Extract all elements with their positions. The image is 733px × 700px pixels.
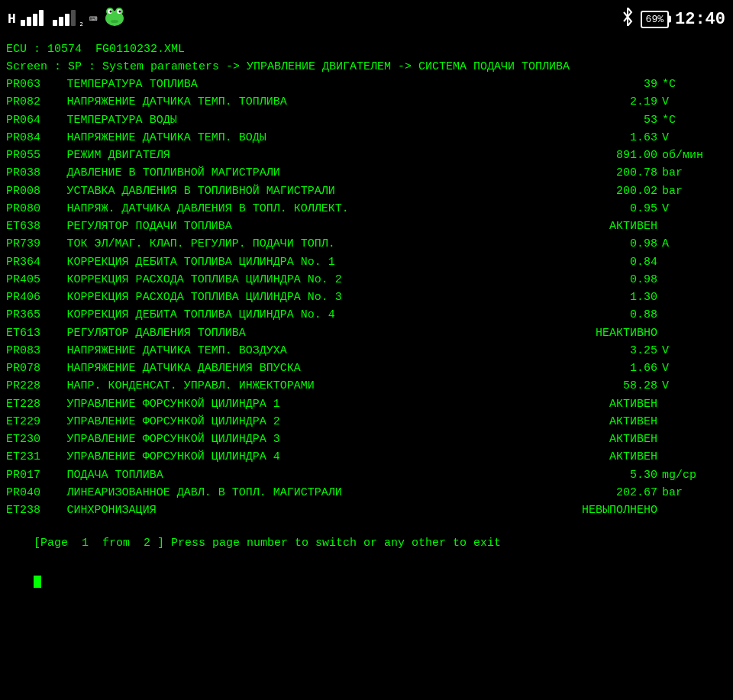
table-row: PR082НАПРЯЖЕНИЕ ДАТЧИКА ТЕМП. ТОПЛИВА2.1… [6, 93, 727, 111]
row-unit: V [657, 342, 727, 360]
row-label: ТЕМПЕРАТУРА ВОДЫ [67, 111, 554, 129]
bluetooth-icon [621, 8, 635, 31]
table-row: PR078НАПРЯЖЕНИЕ ДАТЧИКА ДАВЛЕНИЯ ВПУСКА1… [6, 360, 727, 377]
row-value: НЕАКТИВНО [554, 324, 657, 342]
screen-line: Screen : SP : System parameters -> УПРАВ… [6, 59, 727, 76]
status-left: H ₂ ⌨ [8, 5, 127, 34]
table-row: PR228НАПР. КОНДЕНСАТ. УПРАВЛ. ИНЖЕКТОРАМ… [6, 377, 727, 395]
row-value: 58.28 [554, 377, 657, 395]
row-value: 0.95 [554, 200, 657, 218]
row-value: 1.66 [554, 360, 657, 377]
row-unit: V [657, 360, 727, 377]
row-id: PR739 [6, 235, 67, 253]
table-row: ET228УПРАВЛЕНИЕ ФОРСУНКОЙ ЦИЛИНДРА 1АКТИ… [6, 395, 727, 413]
row-label: НАПРЯЖ. ДАТЧИКА ДАВЛЕНИЯ В ТОПЛ. КОЛЛЕКТ… [67, 200, 554, 218]
row-id: ET238 [6, 502, 67, 519]
row-label: РЕГУЛЯТОР ДАВЛЕНИЯ ТОПЛИВА [67, 324, 554, 342]
row-id: ET230 [6, 431, 67, 448]
row-value: 53 [554, 111, 657, 129]
row-id: PR038 [6, 164, 67, 182]
table-row: ET238СИНХРОНИЗАЦИЯНЕВЫПОЛНЕНО [6, 502, 727, 519]
row-id: PR008 [6, 182, 67, 200]
row-label: РЕЖИМ ДВИГАТЕЛЯ [67, 147, 554, 164]
row-label: КОРРЕКЦИЯ ДЕБИТА ТОПЛИВА ЦИЛИНДРА No. 1 [67, 253, 554, 271]
row-id: PR017 [6, 466, 67, 484]
row-label: РЕГУЛЯТОР ПОДАЧИ ТОПЛИВА [67, 218, 554, 235]
row-label: УПРАВЛЕНИЕ ФОРСУНКОЙ ЦИЛИНДРА 1 [67, 395, 554, 413]
row-unit: об/мин [657, 147, 727, 164]
table-row: PR063ТЕМПЕРАТУРА ТОПЛИВА39*C [6, 76, 727, 93]
row-value: 1.63 [554, 129, 657, 147]
row-unit [657, 431, 727, 448]
row-id: PR084 [6, 129, 67, 147]
cursor [34, 576, 41, 588]
row-id: PR040 [6, 484, 67, 502]
ecu-line: ECU : 10574 FG0110232.XML [6, 41, 727, 59]
svg-rect-2 [33, 14, 37, 26]
main-content: ECU : 10574 FG0110232.XML Screen : SP : … [0, 38, 733, 700]
row-id: PR055 [6, 147, 67, 164]
row-unit: V [657, 200, 727, 218]
svg-rect-0 [21, 20, 25, 26]
svg-point-16 [111, 20, 118, 23]
table-row: ET638РЕГУЛЯТОР ПОДАЧИ ТОПЛИВААКТИВЕН [6, 218, 727, 235]
table-row: PR365КОРРЕКЦИЯ ДЕБИТА ТОПЛИВА ЦИЛИНДРА N… [6, 306, 727, 324]
row-label: НАПРЯЖЕНИЕ ДАТЧИКА ДАВЛЕНИЯ ВПУСКА [67, 360, 554, 377]
status-right: 69% 12:40 [621, 8, 725, 31]
row-id: PR364 [6, 253, 67, 271]
row-id: PR080 [6, 200, 67, 218]
row-label: УПРАВЛЕНИЕ ФОРСУНКОЙ ЦИЛИНДРА 4 [67, 448, 554, 466]
row-unit: V [657, 377, 727, 395]
row-id: PR406 [6, 289, 67, 306]
status-bar: H ₂ ⌨ [0, 0, 733, 38]
row-value: 3.25 [554, 342, 657, 360]
row-value: 200.02 [554, 182, 657, 200]
table-row: PR405КОРРЕКЦИЯ РАСХОДА ТОПЛИВА ЦИЛИНДРА … [6, 271, 727, 289]
table-row: PR040ЛИНЕАРИЗОВАННОЕ ДАВЛ. В ТОПЛ. МАГИС… [6, 484, 727, 502]
keyboard-icon: ⌨ [89, 11, 98, 27]
row-value: АКТИВЕН [554, 413, 657, 431]
row-label: УПРАВЛЕНИЕ ФОРСУНКОЙ ЦИЛИНДРА 2 [67, 413, 554, 431]
signal-bars-2: ₂ [53, 9, 85, 29]
letter-h: H [8, 11, 16, 27]
table-row: ET613РЕГУЛЯТОР ДАВЛЕНИЯ ТОПЛИВАНЕАКТИВНО [6, 324, 727, 342]
table-row: PR080НАПРЯЖ. ДАТЧИКА ДАВЛЕНИЯ В ТОПЛ. КО… [6, 200, 727, 218]
row-id: PR063 [6, 76, 67, 93]
row-value: 0.88 [554, 306, 657, 324]
row-value: 202.67 [554, 484, 657, 502]
row-value: 0.98 [554, 235, 657, 253]
row-value: НЕВЫПОЛНЕНО [554, 502, 657, 519]
row-unit: bar [657, 164, 727, 182]
row-label: ДАВЛЕНИЕ В ТОПЛИВНОЙ МАГИСТРАЛИ [67, 164, 554, 182]
row-label: КОРРЕКЦИЯ РАСХОДА ТОПЛИВА ЦИЛИНДРА No. 3 [67, 289, 554, 306]
battery-indicator: 69% [641, 11, 669, 28]
row-label: ТОК ЭЛ/МАГ. КЛАП. РЕГУЛИР. ПОДАЧИ ТОПЛ. [67, 235, 554, 253]
table-row: ET230УПРАВЛЕНИЕ ФОРСУНКОЙ ЦИЛИНДРА 3АКТИ… [6, 431, 727, 448]
row-unit [657, 395, 727, 413]
row-unit: bar [657, 182, 727, 200]
row-value: 200.78 [554, 164, 657, 182]
svg-point-14 [109, 10, 111, 12]
row-value: АКТИВЕН [554, 218, 657, 235]
row-label: НАПРЯЖЕНИЕ ДАТЧИКА ТЕМП. ВОДЫ [67, 129, 554, 147]
row-value: 2.19 [554, 93, 657, 111]
row-id: ET228 [6, 395, 67, 413]
table-row: ET229УПРАВЛЕНИЕ ФОРСУНКОЙ ЦИЛИНДРА 2АКТИ… [6, 413, 727, 431]
svg-rect-4 [53, 20, 57, 26]
row-unit [657, 413, 727, 431]
row-label: ТЕМПЕРАТУРА ТОПЛИВА [67, 76, 554, 93]
row-id: ET231 [6, 448, 67, 466]
row-id: PR365 [6, 306, 67, 324]
row-id: ET229 [6, 413, 67, 431]
row-label: ПОДАЧА ТОПЛИВА [67, 466, 554, 484]
row-id: PR083 [6, 342, 67, 360]
table-row: PR406КОРРЕКЦИЯ РАСХОДА ТОПЛИВА ЦИЛИНДРА … [6, 289, 727, 306]
svg-rect-7 [71, 10, 76, 26]
row-unit: V [657, 129, 727, 147]
table-row: PR739ТОК ЭЛ/МАГ. КЛАП. РЕГУЛИР. ПОДАЧИ Т… [6, 235, 727, 253]
row-label: НАПР. КОНДЕНСАТ. УПРАВЛ. ИНЖЕКТОРАМИ [67, 377, 554, 395]
row-unit [657, 289, 727, 306]
row-unit: *C [657, 111, 727, 129]
row-label: НАПРЯЖЕНИЕ ДАТЧИКА ТЕМП. ТОПЛИВА [67, 93, 554, 111]
table-row: ET231УПРАВЛЕНИЕ ФОРСУНКОЙ ЦИЛИНДРА 4АКТИ… [6, 448, 727, 466]
